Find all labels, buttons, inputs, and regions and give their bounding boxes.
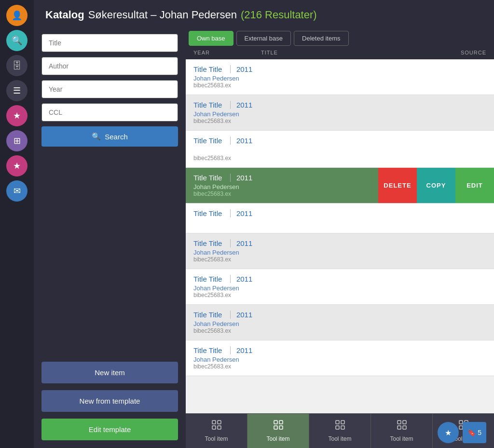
search-button[interactable]: 🔍 Search	[41, 126, 178, 147]
row-title: Title Title	[193, 275, 222, 283]
tool-icon-2	[273, 420, 284, 433]
tab-external-base[interactable]: External base	[236, 31, 291, 46]
tool-icon-3	[335, 420, 345, 433]
col-header-title: TITLE	[251, 50, 448, 55]
sidebar-icon-grid[interactable]: ⊞	[6, 130, 27, 151]
row-year: 2011	[230, 209, 252, 217]
delete-button[interactable]: DELETE	[378, 168, 417, 203]
row-author: Johan Pedersen	[193, 320, 486, 327]
svg-rect-3	[218, 426, 221, 429]
tab-own-base[interactable]: Own base	[189, 31, 233, 46]
svg-rect-5	[279, 421, 283, 424]
row-title: Title Title	[193, 65, 222, 73]
sidebar-icon-catalog[interactable]: 🗄	[6, 55, 27, 76]
svg-rect-9	[341, 421, 344, 424]
row-bib: bibec25683.ex	[193, 327, 486, 334]
result-count: (216 Resultater)	[241, 9, 317, 21]
tool-icon-4	[397, 420, 407, 433]
edit-button[interactable]: EDIT	[455, 168, 494, 203]
row-year: 2011	[230, 346, 252, 354]
row-year: 2011	[230, 239, 252, 247]
svg-rect-12	[398, 421, 401, 424]
svg-rect-4	[274, 421, 277, 424]
sidebar-icon-star[interactable]: ★	[6, 105, 27, 126]
app-title: Katalog	[45, 9, 84, 21]
svg-rect-0	[212, 421, 216, 424]
page-title: Søkeresultat – Johan Pedersen	[88, 9, 237, 21]
row-author: Johan Pedersen	[193, 356, 486, 363]
new-item-button[interactable]: New item	[41, 362, 178, 383]
row-author: Johan Pedersen	[193, 75, 486, 82]
star-button[interactable]: ★	[438, 422, 459, 443]
year-input[interactable]	[41, 80, 178, 98]
right-panel: Own base External base Deleted items YEA…	[186, 26, 494, 448]
toolbar-item-1[interactable]: Tool item	[186, 414, 247, 448]
main-area: Katalog Søkeresultat – Johan Pedersen (2…	[34, 0, 494, 448]
sidebar-icon-menu[interactable]: ☰	[6, 80, 27, 101]
toolbar-label-1: Tool item	[205, 435, 228, 442]
bookmark-count: 5	[478, 429, 481, 436]
sidebar: 👤 🔍 🗄 ☰ ★ ⊞ ★ ✉	[0, 0, 34, 448]
filter-tabs: Own base External base Deleted items	[186, 26, 494, 46]
table-row[interactable]: Title Title 2011 Johan Pedersen bibec256…	[186, 305, 494, 340]
table-row[interactable]: Title Title 2011 Johan Pedersen bibec256…	[186, 95, 494, 131]
svg-rect-15	[403, 426, 406, 429]
row-year: 2011	[230, 275, 252, 283]
svg-rect-8	[336, 421, 339, 424]
row-bib: bibec25683.ex	[193, 155, 486, 162]
row-author: Johan Pedersen	[193, 249, 486, 256]
title-input[interactable]	[41, 34, 178, 52]
svg-rect-7	[279, 426, 283, 429]
table-row[interactable]: Title Title 2011 Johan Pedersen bibec256…	[186, 233, 494, 269]
svg-rect-11	[341, 426, 344, 429]
bookmark-icon: 🔖	[467, 429, 476, 436]
table-row[interactable]: Title Title 2011 bibec25683.ex	[186, 131, 494, 168]
svg-rect-1	[218, 421, 221, 424]
row-bib: bibec25683.ex	[193, 82, 486, 89]
toolbar-item-3[interactable]: Tool item	[309, 414, 371, 448]
row-title: Title Title	[193, 209, 222, 217]
svg-rect-13	[403, 421, 406, 424]
results-list: Title Title 2011 Johan Pedersen bibec256…	[186, 59, 494, 413]
row-title: Title Title	[193, 174, 222, 182]
toolbar-item-4[interactable]: Tool item	[371, 414, 433, 448]
copy-button[interactable]: COPY	[417, 168, 455, 203]
search-label: Search	[105, 133, 128, 141]
tool-icon-1	[211, 420, 222, 433]
bookmark-button[interactable]: 🔖 5	[463, 422, 486, 443]
table-row[interactable]: Title Title 2011 Johan Pedersen bibec256…	[186, 59, 494, 95]
ccl-input[interactable]	[41, 103, 178, 122]
sidebar-icon-star2[interactable]: ★	[6, 155, 27, 176]
content-area: 🔍 Search New item New from template Edit…	[34, 26, 494, 448]
row-bib: bibec25683.ex	[193, 363, 486, 370]
left-panel: 🔍 Search New item New from template Edit…	[34, 26, 186, 448]
table-row[interactable]: Title Title 2011 Johan Pedersen bibec256…	[186, 340, 494, 376]
table-row[interactable]: Title Title 2011 Johan Pedersen bibec256…	[186, 269, 494, 305]
search-icon: 🔍	[92, 132, 101, 141]
col-header-source: SOURCE	[448, 50, 486, 55]
sidebar-icon-user[interactable]: 👤	[6, 5, 27, 26]
row-year: 2011	[230, 65, 252, 73]
edit-template-button[interactable]: Edit template	[41, 419, 178, 440]
header: Katalog Søkeresultat – Johan Pedersen (2…	[34, 0, 494, 26]
row-title: Title Title	[193, 346, 222, 354]
toolbar-label-2: Tool item	[266, 435, 289, 442]
table-row-highlighted[interactable]: Title Title 2011 Johan Pedersen bibec256…	[186, 168, 494, 204]
toolbar-item-2[interactable]: Tool item	[247, 414, 309, 448]
author-input[interactable]	[41, 57, 178, 75]
table-row[interactable]: Title Title 2011	[186, 204, 494, 233]
bottom-bar: ★ 🔖 5	[430, 417, 494, 448]
row-bib: bibec25683.ex	[193, 118, 486, 124]
sidebar-icon-search[interactable]: 🔍	[6, 30, 27, 51]
row-year: 2011	[230, 311, 252, 319]
row-author: Johan Pedersen	[193, 110, 486, 118]
svg-rect-14	[398, 426, 401, 429]
toolbar-label-3: Tool item	[328, 435, 351, 442]
tab-deleted-items[interactable]: Deleted items	[294, 31, 348, 46]
row-title: Title Title	[193, 101, 222, 109]
sidebar-icon-message[interactable]: ✉	[6, 180, 27, 202]
svg-rect-10	[336, 426, 339, 429]
new-from-template-button[interactable]: New from template	[41, 390, 178, 412]
row-bib: bibec25683.ex	[193, 292, 486, 299]
row-year: 2011	[230, 174, 252, 182]
